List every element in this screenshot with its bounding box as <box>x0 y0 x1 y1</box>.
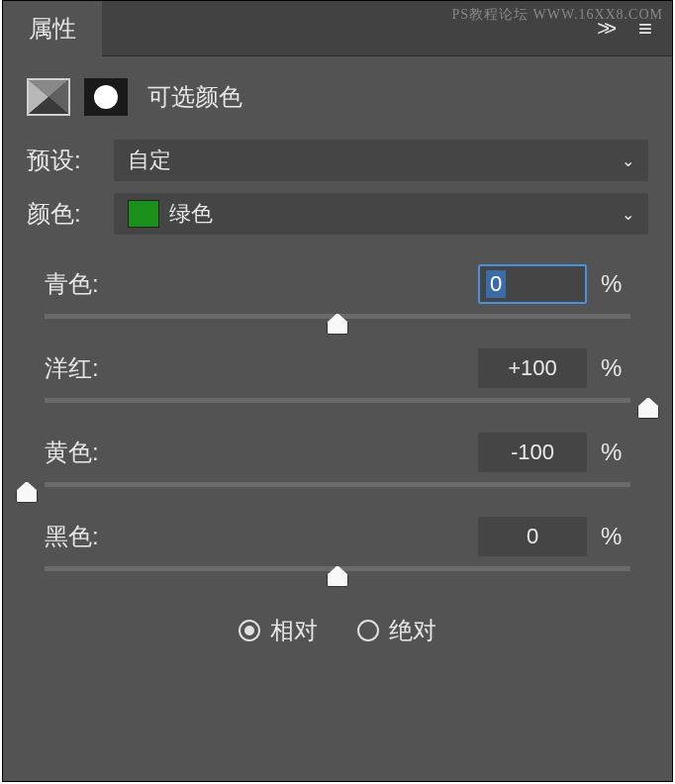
color-swatch <box>128 200 159 228</box>
preset-dropdown[interactable]: 自定 ⌄ <box>114 140 648 181</box>
magenta-value-input[interactable]: +100 <box>478 348 587 388</box>
slider-row-yellow: 黄色: -100 % <box>27 427 648 482</box>
radio-label-relative: 相对 <box>270 615 318 646</box>
layer-mask-icon[interactable] <box>84 78 128 116</box>
slider-label-cyan: 青色: <box>45 268 99 300</box>
adjustment-title: 可选颜色 <box>147 81 242 113</box>
chevron-down-icon: ⌄ <box>622 205 634 224</box>
yellow-value-input[interactable]: -100 <box>478 433 587 472</box>
slider-thumb-yellow[interactable] <box>16 481 38 503</box>
slider-track-magenta[interactable] <box>27 398 648 427</box>
adjustment-header: 可选颜色 <box>3 56 672 134</box>
color-label: 颜色: <box>27 198 100 230</box>
selective-color-icon[interactable] <box>27 78 70 116</box>
slider-track-black[interactable] <box>27 566 648 595</box>
slider-track-cyan[interactable] <box>27 314 648 343</box>
slider-thumb-magenta[interactable] <box>637 397 659 419</box>
percent-sign: % <box>601 523 630 550</box>
slider-label-magenta: 洋红: <box>45 352 99 384</box>
preset-label: 预设: <box>27 145 100 176</box>
tab-properties[interactable]: 属性 <box>3 1 102 56</box>
percent-sign: % <box>601 354 630 382</box>
color-row: 颜色: 绿色 ⌄ <box>3 187 672 241</box>
radio-absolute[interactable]: 绝对 <box>357 615 436 646</box>
chevron-down-icon: ⌄ <box>622 151 634 170</box>
preset-row: 预设: 自定 ⌄ <box>3 134 672 187</box>
slider-row-magenta: 洋红: +100 % <box>27 343 648 398</box>
slider-row-black: 黑色: 0 % <box>27 511 648 566</box>
slider-label-yellow: 黄色: <box>45 437 99 468</box>
radio-circle-icon <box>357 620 379 641</box>
black-value-input[interactable]: 0 <box>478 517 587 556</box>
slider-label-black: 黑色: <box>45 521 99 552</box>
percent-sign: % <box>601 270 630 298</box>
radio-relative[interactable]: 相对 <box>239 615 318 646</box>
mask-circle-icon <box>94 85 118 109</box>
cyan-value-input[interactable]: 0 <box>478 264 587 304</box>
percent-sign: % <box>601 439 630 466</box>
slider-track-yellow[interactable] <box>27 482 648 511</box>
radio-label-absolute: 绝对 <box>389 615 436 646</box>
sliders-section: 青色: 0 % 洋红: +100 % 黄色: <box>3 241 672 603</box>
color-dropdown[interactable]: 绿色 ⌄ <box>114 193 648 235</box>
watermark-text: PS教程论坛 WWW.16XX8.COM <box>451 6 663 24</box>
method-radio-row: 相对 绝对 <box>3 603 672 658</box>
radio-circle-icon <box>239 620 260 641</box>
properties-panel: 属性 >> ≡ 可选颜色 预设: 自定 ⌄ 颜色: <box>2 0 673 782</box>
preset-value: 自定 <box>128 146 171 175</box>
color-value: 绿色 <box>169 199 213 229</box>
slider-row-cyan: 青色: 0 % <box>27 258 648 314</box>
